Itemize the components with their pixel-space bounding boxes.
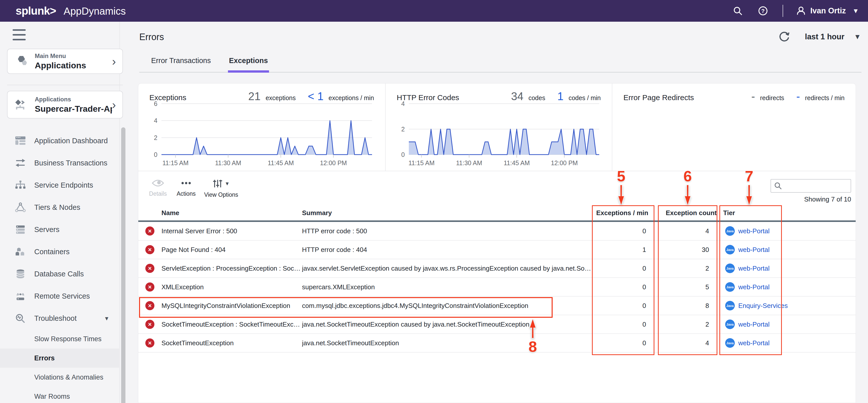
tier-link[interactable]: web-Portal bbox=[738, 283, 770, 291]
svg-text:12:00 PM: 12:00 PM bbox=[551, 160, 578, 167]
col-exception-count[interactable]: Exception count bbox=[655, 209, 718, 217]
tier-link[interactable]: web-Portal bbox=[738, 246, 770, 254]
sidebar-item-tiers-nodes[interactable]: Tiers & Nodes bbox=[0, 196, 120, 219]
sidebar-item-servers[interactable]: Servers bbox=[0, 219, 120, 240]
chevron-down-icon: ▾ bbox=[105, 315, 108, 322]
java-icon: Java bbox=[725, 226, 735, 236]
sidebar-nav: Application Dashboard Business Transacti… bbox=[0, 129, 120, 403]
database-icon bbox=[14, 268, 26, 280]
user-icon bbox=[796, 5, 806, 16]
application-flow-icon bbox=[14, 97, 29, 112]
sidebar-item-violations-anomalies[interactable]: Violations & Anomalies bbox=[0, 368, 120, 387]
main-menu-switcher[interactable]: Main Menu Applications › bbox=[7, 49, 123, 74]
chart-title: Error Page Redirects bbox=[623, 93, 694, 102]
sidebar-item-war-rooms[interactable]: War Rooms bbox=[0, 387, 120, 403]
exceptions-chart[interactable]: 024611:15 AM11:30 AM11:45 AM12:00 PM bbox=[145, 99, 377, 167]
table-header: Name Summary Exceptions / min Exception … bbox=[138, 205, 856, 222]
table-row[interactable]: ✕ Internal Server Error : 500 HTTP error… bbox=[138, 222, 856, 240]
row-summary: com.mysql.jdbc.exceptions.jdbc4.MySQLInt… bbox=[302, 302, 592, 310]
tier-link[interactable]: web-Portal bbox=[738, 264, 770, 272]
appdynamics-logo: AppDynamics bbox=[64, 5, 126, 17]
tier-link[interactable]: web-Portal bbox=[738, 227, 770, 235]
table-row[interactable]: ✕ MySQLIntegrityConstraintViolationExcep… bbox=[138, 296, 856, 315]
search-icon bbox=[774, 182, 782, 190]
time-range-caret-icon[interactable]: ▼ bbox=[854, 33, 861, 41]
java-icon: Java bbox=[725, 338, 735, 348]
actions-button[interactable]: Actions bbox=[174, 171, 198, 205]
svg-text:?: ? bbox=[761, 8, 765, 14]
tier-link[interactable]: Enquiry-Services bbox=[738, 302, 788, 310]
app-switcher-label: Applications bbox=[35, 96, 112, 103]
ellipsis-icon bbox=[180, 179, 193, 188]
row-summary: javax.servlet.ServletException caused by… bbox=[302, 264, 592, 272]
search-icon[interactable] bbox=[731, 4, 745, 18]
view-options-button[interactable]: ▼ View Options bbox=[202, 171, 240, 205]
sidebar-item-application-dashboard[interactable]: Application Dashboard bbox=[0, 129, 120, 152]
application-switcher[interactable]: Applications Supercar-Trader-Ap... › bbox=[7, 91, 123, 118]
refresh-icon[interactable] bbox=[778, 30, 791, 44]
table-row[interactable]: ✕ SocketTimeoutException : SocketTimeout… bbox=[138, 315, 856, 334]
dashboard-icon bbox=[14, 135, 26, 146]
svg-text:11:45 AM: 11:45 AM bbox=[504, 160, 530, 167]
main-content: Errors last 1 hour ▼ Error Transactions … bbox=[126, 22, 868, 403]
col-name[interactable]: Name bbox=[161, 209, 302, 217]
col-tier[interactable]: Tier bbox=[718, 209, 856, 217]
sidebar-item-remote-services[interactable]: Remote Services bbox=[0, 285, 120, 307]
table-row[interactable]: ✕ XMLException supercars.XMLException 0 … bbox=[138, 278, 856, 296]
table-row[interactable]: ✕ ServletException : ProcessingException… bbox=[138, 259, 856, 278]
tab-error-transactions[interactable]: Error Transactions bbox=[145, 52, 217, 72]
java-icon: Java bbox=[725, 282, 735, 292]
row-exception-count: 5 bbox=[655, 283, 718, 291]
col-summary[interactable]: Summary bbox=[302, 209, 592, 217]
error-page-redirects-card: Error Page Redirects - redirects - redir… bbox=[612, 84, 856, 171]
col-exceptions-per-min[interactable]: Exceptions / min bbox=[592, 209, 655, 217]
row-summary: java.net.SocketTimeoutException caused b… bbox=[302, 320, 592, 328]
table-row[interactable]: ✕ SocketTimeoutException java.net.Socket… bbox=[138, 334, 856, 352]
troubleshoot-icon bbox=[14, 313, 26, 324]
tier-link[interactable]: web-Portal bbox=[738, 320, 770, 328]
sidebar-item-database-calls[interactable]: Database Calls bbox=[0, 263, 120, 285]
sidebar-item-business-transactions[interactable]: Business Transactions bbox=[0, 152, 120, 174]
svg-text:0: 0 bbox=[401, 151, 405, 158]
row-name: SocketTimeoutException : SocketTimeoutEx… bbox=[161, 320, 302, 328]
tab-bar: Error Transactions Exceptions bbox=[139, 52, 862, 73]
row-summary: HTTP error code : 404 bbox=[302, 246, 592, 254]
search-input[interactable] bbox=[785, 182, 847, 190]
error-icon: ✕ bbox=[145, 339, 154, 347]
sidebar-item-slow-response-times[interactable]: Slow Response Times bbox=[0, 329, 120, 348]
chevron-right-icon: › bbox=[112, 55, 116, 68]
tab-exceptions[interactable]: Exceptions bbox=[223, 52, 274, 72]
remote-icon bbox=[14, 290, 26, 302]
row-name: SocketTimeoutException bbox=[161, 339, 302, 347]
java-icon: Java bbox=[725, 319, 735, 329]
sidebar-item-errors[interactable]: Errors bbox=[0, 348, 120, 368]
details-button[interactable]: Details bbox=[146, 171, 170, 205]
row-exceptions-per-min: 0 bbox=[592, 227, 655, 235]
error-icon: ✕ bbox=[145, 245, 154, 254]
error-icon: ✕ bbox=[145, 301, 154, 310]
table-search bbox=[771, 179, 851, 193]
table-row[interactable]: ✕ Page Not Found : 404 HTTP error code :… bbox=[138, 240, 856, 259]
tier-link[interactable]: web-Portal bbox=[738, 339, 770, 347]
chevron-right-icon: › bbox=[112, 98, 116, 112]
svg-text:4: 4 bbox=[154, 117, 157, 124]
table-toolbar: Details Actions ▼ Vie bbox=[138, 171, 856, 205]
hamburger-menu-icon[interactable] bbox=[12, 29, 27, 40]
sidebar-item-containers[interactable]: Containers bbox=[0, 240, 120, 263]
main-menu-label: Main Menu bbox=[35, 53, 112, 59]
svg-text:2: 2 bbox=[154, 134, 157, 141]
sidebar-item-service-endpoints[interactable]: Service Endpoints bbox=[0, 174, 120, 196]
tiers-icon bbox=[14, 202, 26, 213]
table-body: ✕ Internal Server Error : 500 HTTP error… bbox=[138, 222, 856, 352]
user-menu[interactable]: Ivan Ortiz ▼ bbox=[796, 5, 859, 16]
sidebar-item-troubleshoot[interactable]: Troubleshoot ▾ bbox=[0, 307, 120, 329]
sidebar-divider bbox=[7, 85, 123, 85]
user-caret-icon: ▼ bbox=[852, 7, 859, 15]
row-name: Page Not Found : 404 bbox=[161, 246, 302, 254]
http-error-codes-chart[interactable]: 02411:15 AM11:30 AM11:45 AM12:00 PM bbox=[393, 99, 604, 167]
row-exceptions-per-min: 0 bbox=[592, 320, 655, 328]
java-icon: Java bbox=[725, 301, 735, 311]
time-range-selector[interactable]: last 1 hour bbox=[805, 32, 844, 41]
sidebar-scrollbar[interactable] bbox=[121, 127, 125, 403]
help-icon[interactable]: ? bbox=[756, 4, 770, 18]
